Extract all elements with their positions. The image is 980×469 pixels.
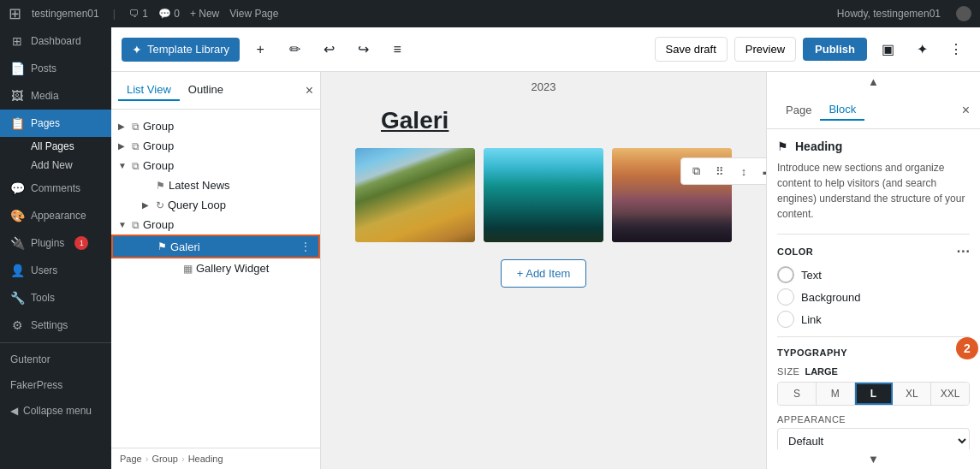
tab-page[interactable]: Page [777, 100, 820, 120]
list-panel-close-button[interactable]: × [306, 83, 313, 98]
duplicate-button[interactable]: ⧉ [685, 160, 707, 182]
group-icon: ⧉ [132, 219, 140, 231]
tree-item-group-3[interactable]: ▼ ⧉ Group [111, 156, 320, 175]
add-block-button[interactable]: + [246, 36, 274, 63]
settings-icon: ⚙ [10, 318, 24, 332]
color-label-text: Color [777, 246, 813, 257]
add-icon: + [256, 42, 264, 57]
size-xl-button[interactable]: XL [893, 383, 931, 405]
admin-bar: ⊞ testingemen01 | 🗨 1 💬 0 + New View Pag… [0, 0, 980, 27]
edit-button[interactable]: ✏ [281, 36, 308, 63]
settings-button[interactable]: ▣ [874, 36, 901, 63]
new-button[interactable]: + New [190, 8, 219, 20]
color-section-options[interactable]: ⋯ [956, 243, 971, 259]
tools-icon: 🔧 [10, 291, 24, 305]
appearance-select[interactable]: Default [777, 428, 970, 449]
comment-count: 🗨 1 [129, 8, 148, 20]
outline-tab[interactable]: Outline [180, 80, 232, 101]
sidebar-item-gutentor[interactable]: Gutentor [0, 347, 111, 372]
pencil-icon: ✏ [289, 41, 300, 57]
tree-item-group-4[interactable]: ▼ ⧉ Group [111, 215, 320, 234]
chevron-icon: ▶ [142, 200, 152, 210]
list-view-tab[interactable]: List View [118, 80, 180, 101]
size-value: LARGE [805, 366, 838, 377]
heading-block[interactable]: Galeri [381, 107, 448, 134]
item-options-button[interactable]: ⋮ [300, 240, 312, 253]
drag-button[interactable]: ⠿ [709, 160, 731, 182]
sidebar-item-posts[interactable]: 📄 Posts [0, 55, 111, 82]
tab-block[interactable]: Block [820, 99, 864, 121]
size-buttons: S M L XL XXL [777, 382, 970, 406]
sidebar-label-gutentor: Gutentor [10, 353, 50, 365]
size-l-button[interactable]: L [855, 383, 894, 405]
tree-item-gallery-widget[interactable]: ▦ Gallery Widget [111, 258, 320, 278]
tree-item-group-2[interactable]: ▶ ⧉ Group [111, 136, 320, 156]
tree-item-latest-news[interactable]: ⚑ Latest News [111, 175, 320, 195]
size-m-button[interactable]: M [817, 383, 855, 405]
text-color-circle [777, 266, 794, 283]
sidebar-label-dashboard: Dashboard [31, 35, 81, 47]
add-item-button[interactable]: + Add Item [501, 259, 587, 288]
sidebar-item-comments[interactable]: 💬 Comments [0, 175, 111, 202]
text-color-label: Text [801, 269, 822, 282]
sidebar-item-dashboard[interactable]: ⊞ Dashboard [0, 27, 111, 55]
tree-item-label: Gallery Widget [196, 262, 269, 275]
color-section-label: Color ⋯ [777, 243, 970, 259]
tree-item-label: Group [143, 120, 174, 133]
size-s-button[interactable]: S [778, 383, 817, 405]
view-page-link[interactable]: View Page [229, 8, 278, 20]
collapse-menu-button[interactable]: ◀ Collapse menu [0, 398, 111, 424]
sidebar-item-settings[interactable]: ⚙ Settings [0, 312, 111, 339]
block-heading-icon: ⚑ [777, 140, 788, 153]
color-link-option[interactable]: Link [777, 311, 970, 328]
redo-button[interactable]: ↪ [349, 36, 377, 63]
ai-button[interactable]: ✦ [908, 36, 935, 63]
sidebar-item-pages[interactable]: 📋 Pages [0, 110, 111, 137]
right-panel-scroll-up[interactable]: ▲ [767, 72, 980, 92]
save-draft-button[interactable]: Save draft [655, 37, 728, 62]
typography-label: Typography [777, 347, 847, 358]
sidebar-item-media[interactable]: 🖼 Media [0, 82, 111, 110]
sidebar-label-pages: Pages [31, 117, 60, 129]
sidebar-sub-all-pages[interactable]: All Pages [0, 137, 111, 156]
color-text-option[interactable]: Text [777, 266, 970, 283]
list-view-button[interactable]: ≡ [383, 36, 411, 63]
sidebar-sub-add-new[interactable]: Add New [0, 156, 111, 175]
sidebar-item-tools[interactable]: 🔧 Tools [0, 284, 111, 312]
tree-item-group-1[interactable]: ▶ ⧉ Group [111, 116, 320, 136]
site-name[interactable]: testingemen01 [32, 8, 99, 20]
canvas-year: 2023 [321, 72, 766, 98]
link-color-circle [777, 311, 794, 328]
align-button[interactable]: ▬ [757, 160, 766, 182]
size-xxl-button[interactable]: XXL [931, 383, 969, 405]
posts-icon: 📄 [10, 62, 24, 75]
sidebar-item-plugins[interactable]: 🔌 Plugins 1 [0, 229, 111, 257]
template-library-button[interactable]: ✦ Template Library [122, 38, 240, 62]
background-color-label: Background [801, 291, 860, 304]
chevron-icon: ▶ [118, 141, 128, 151]
more-options-button[interactable]: ⋮ [942, 36, 970, 63]
chevron-icon: ▼ [118, 161, 128, 170]
undo-button[interactable]: ↩ [315, 36, 342, 63]
collapse-icon: ◀ [10, 405, 18, 417]
publish-button[interactable]: Publish [803, 38, 867, 61]
sidebar-item-users[interactable]: 👤 Users [0, 257, 111, 284]
tree-item-query-loop[interactable]: ▶ ↻ Query Loop [111, 195, 320, 215]
pages-icon: 📋 [10, 116, 24, 130]
preview-button[interactable]: Preview [734, 37, 796, 62]
sidebar-item-appearance[interactable]: 🎨 Appearance [0, 202, 111, 229]
breadcrumb-group: Group [151, 454, 178, 464]
tree-item-galeri[interactable]: ⚑ Galeri ⋮ [111, 234, 320, 258]
editor-wrap: ✦ Template Library + ✏ ↩ ↪ ≡ Save draft … [111, 27, 980, 469]
right-panel: ▲ Page Block × ⚑ Heading Introduce new s… [766, 72, 980, 469]
plugins-icon: 🔌 [10, 236, 24, 250]
sidebar: ⊞ Dashboard 📄 Posts 🖼 Media 📋 Pages All … [0, 27, 111, 469]
right-panel-close-button[interactable]: × [962, 103, 970, 118]
move-up-down-button[interactable]: ↕ [733, 160, 755, 182]
sidebar-item-fakerpress[interactable]: FakerPress [0, 372, 111, 398]
group-icon: ⧉ [132, 160, 140, 172]
breadcrumb-heading: Heading [188, 454, 223, 464]
list-panel-header: List View Outline × [111, 72, 320, 110]
right-panel-scroll-down[interactable]: ▼ [767, 449, 980, 469]
color-background-option[interactable]: Background [777, 288, 970, 306]
